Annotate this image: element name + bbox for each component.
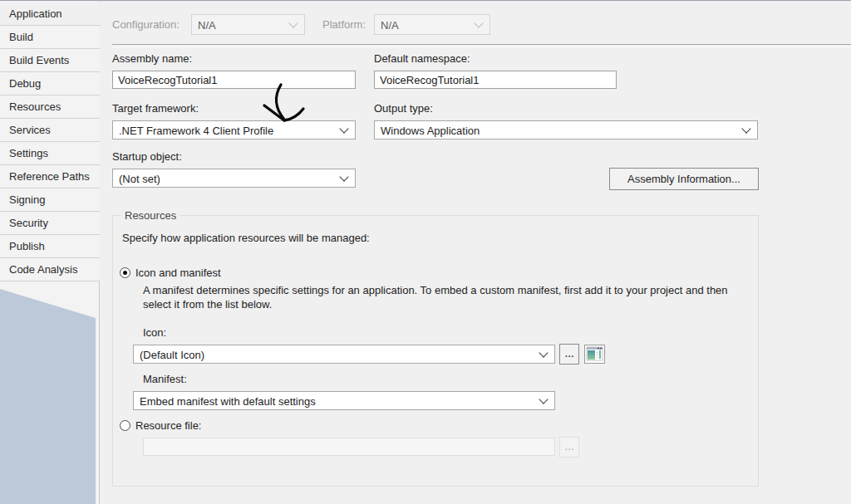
configuration-dropdown: N/A bbox=[191, 14, 305, 35]
output-type-dropdown[interactable]: Windows Application bbox=[374, 120, 758, 139]
target-framework-value: .NET Framework 4 Client Profile bbox=[119, 124, 273, 136]
default-namespace-input[interactable] bbox=[374, 71, 617, 89]
tab-services[interactable]: Services bbox=[0, 119, 100, 142]
chevron-down-icon bbox=[474, 18, 483, 27]
icon-dropdown[interactable]: (Default Icon) bbox=[133, 345, 555, 364]
icon-and-manifest-label: Icon and manifest bbox=[135, 267, 221, 279]
default-namespace-label: Default namespace: bbox=[374, 52, 470, 65]
resource-file-browse-button: ... bbox=[559, 437, 579, 458]
properties-tab-strip: Application Build Build Events Debug Res… bbox=[0, 2, 100, 504]
resource-file-input bbox=[143, 438, 555, 456]
tab-debug[interactable]: Debug bbox=[0, 72, 100, 95]
icon-browse-button[interactable]: ... bbox=[559, 344, 579, 365]
project-properties-page: Application Build Build Events Debug Res… bbox=[0, 0, 851, 504]
startup-object-dropdown[interactable]: (Not set) bbox=[112, 169, 356, 188]
startup-object-value: (Not set) bbox=[119, 172, 160, 184]
chevron-down-icon bbox=[741, 124, 750, 133]
chevron-down-icon bbox=[539, 348, 548, 357]
chevron-down-icon bbox=[539, 394, 548, 404]
resource-file-label: Resource file: bbox=[135, 419, 201, 432]
assembly-name-input[interactable] bbox=[112, 71, 356, 89]
assembly-information-button[interactable]: Assembly Information... bbox=[609, 168, 759, 190]
platform-value: N/A bbox=[381, 18, 399, 31]
target-framework-dropdown[interactable]: .NET Framework 4 Client Profile bbox=[112, 120, 356, 139]
tab-code-analysis[interactable]: Code Analysis bbox=[0, 258, 100, 281]
chevron-down-icon bbox=[339, 124, 348, 133]
configuration-label: Configuration: bbox=[112, 18, 180, 31]
manifest-value: Embed manifest with default settings bbox=[140, 394, 316, 407]
tab-build[interactable]: Build bbox=[0, 26, 100, 49]
resources-intro-text: Specify how application resources will b… bbox=[122, 232, 370, 244]
tab-resources[interactable]: Resources bbox=[0, 95, 100, 119]
manifest-dropdown[interactable]: Embed manifest with default settings bbox=[133, 391, 555, 410]
header-separator bbox=[112, 44, 851, 47]
manifest-description-text: A manifest determines specific settings … bbox=[143, 283, 750, 311]
icon-and-manifest-radio[interactable] bbox=[120, 267, 130, 278]
icon-value: (Default Icon) bbox=[140, 348, 204, 360]
platform-dropdown: N/A bbox=[374, 14, 490, 35]
default-icon-preview bbox=[584, 345, 605, 364]
startup-object-label: Startup object: bbox=[112, 150, 182, 163]
icon-label: Icon: bbox=[143, 326, 166, 339]
tab-publish[interactable]: Publish bbox=[0, 235, 100, 258]
target-framework-label: Target framework: bbox=[112, 102, 199, 115]
assembly-name-label: Assembly name: bbox=[112, 52, 192, 65]
tab-strip-filler bbox=[0, 287, 96, 504]
chevron-down-icon bbox=[288, 18, 298, 27]
output-type-label: Output type: bbox=[374, 102, 433, 115]
tab-security[interactable]: Security bbox=[0, 212, 100, 235]
configuration-value: N/A bbox=[198, 18, 216, 31]
resources-groupbox-legend: Resources bbox=[121, 209, 180, 222]
tab-application[interactable]: Application bbox=[0, 2, 101, 26]
resource-file-radio[interactable] bbox=[120, 420, 130, 431]
chevron-down-icon bbox=[339, 172, 348, 181]
tab-settings[interactable]: Settings bbox=[0, 142, 100, 165]
output-type-value: Windows Application bbox=[381, 124, 480, 136]
tab-reference-paths[interactable]: Reference Paths bbox=[0, 165, 100, 188]
tab-signing[interactable]: Signing bbox=[0, 188, 100, 212]
platform-label: Platform: bbox=[322, 18, 366, 31]
tab-build-events[interactable]: Build Events bbox=[0, 49, 100, 72]
manifest-label: Manifest: bbox=[143, 373, 187, 385]
